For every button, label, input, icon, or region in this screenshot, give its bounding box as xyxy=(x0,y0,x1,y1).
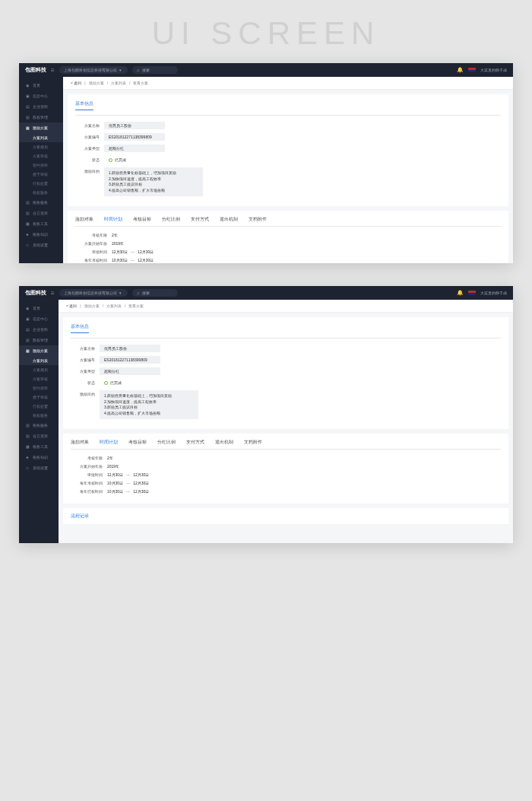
basic-info-card: 基本信息 方案名称 优秀员工股份 方案编号 ES2018122711383998… xyxy=(63,317,508,429)
time-row-label-3: 每年考核时间 xyxy=(75,258,112,262)
time-row-val-2a: 12月30日 xyxy=(112,250,128,254)
bell-icon[interactable]: 🔔 xyxy=(457,290,464,296)
sidebar-sub-tax[interactable]: 税权服务 xyxy=(19,188,63,197)
sidebar-item-settings[interactable]: ◇系统设置 xyxy=(19,240,63,250)
company-selector[interactable]: 上海包图科创信息科技有限公司 xyxy=(59,289,128,297)
sidebar-item-settings[interactable]: ◇系统设置 xyxy=(19,462,59,473)
search-input[interactable]: 搜索 xyxy=(132,66,178,74)
sidebar-sub-plan[interactable]: 方案规划 xyxy=(19,365,59,374)
logo: 包图科技 xyxy=(25,66,46,74)
sidebar-item-info[interactable]: ▣信息中心 xyxy=(19,91,63,101)
type-value: 超额分红 xyxy=(104,145,165,152)
sidebar-item-equity[interactable]: ▥股权管理 xyxy=(19,112,63,122)
sidebar-item-incentive[interactable]: ▦激励方案 xyxy=(19,122,63,133)
screen-2: 包图科技 ≡ 上海包图科创信息科技有限公司 搜索 🔔 大笑直的静子成 ◉首页 ▣… xyxy=(19,286,513,543)
sidebar-item-corp[interactable]: ▤企业资料 xyxy=(19,324,59,335)
goal-label: 激励目的 xyxy=(71,390,100,396)
sidebar-sub-sign[interactable]: 签约资料 xyxy=(19,161,63,170)
menu-toggle-icon[interactable]: ≡ xyxy=(51,290,55,297)
tab-exit[interactable]: 退出机制 xyxy=(220,217,238,222)
tax-icon: ▧ xyxy=(25,200,30,205)
sidebar-item-home[interactable]: ◉首页 xyxy=(19,303,59,313)
sidebar-item-assets[interactable]: ▨合立资库 xyxy=(19,431,59,441)
sidebar: ◉首页 ▣信息中心 ▤企业资料 ▥股权管理 ▦激励方案 方案列表 方案规划 方案… xyxy=(19,77,63,263)
main-content: < 返回 | 激励方案 / 方案列表 / 查看方案 基本信息 方案名称 优秀员工… xyxy=(59,300,513,543)
topbar: 包图科技 ≡ 上海包图科创信息科技有限公司 搜索 🔔 大笑直的静子成 xyxy=(19,286,513,300)
sidebar-item-incentive[interactable]: ▦激励方案 xyxy=(19,345,59,356)
tab-payment[interactable]: 支付方式 xyxy=(191,217,209,222)
sidebar-sub-grant[interactable]: 授予审核 xyxy=(19,393,59,402)
company-selector[interactable]: 上海包图科创信息科技有限公司 xyxy=(59,66,128,74)
sidebar-item-knowledge[interactable]: ◈税务知识 xyxy=(19,229,63,240)
username[interactable]: 大笑直的静子成 xyxy=(480,291,507,295)
back-button[interactable]: < 返回 xyxy=(71,81,81,85)
tax-icon: ▧ xyxy=(25,423,30,428)
sidebar-sub-review[interactable]: 方案审核 xyxy=(19,374,59,383)
info-icon: ▣ xyxy=(25,316,30,321)
time-row-label-3: 每年考核时间 xyxy=(71,481,107,485)
sidebar-sub-review[interactable]: 方案审核 xyxy=(19,151,63,161)
menu-toggle-icon[interactable]: ≡ xyxy=(51,67,55,74)
tools-icon: ▩ xyxy=(25,444,30,449)
time-row-val-3b: 12月30日 xyxy=(133,481,149,485)
sidebar-item-tools[interactable]: ▩税务工具 xyxy=(19,218,63,229)
tab-goal[interactable]: 考核目标 xyxy=(133,217,151,222)
sidebar-item-corp[interactable]: ▤企业资料 xyxy=(19,101,63,112)
tab-target[interactable]: 激励对象 xyxy=(71,440,89,445)
tabs-card: 激励对象 时间计划 考核目标 分红比例 支付方式 退出机制 文档附件 考核年限 … xyxy=(68,211,508,263)
search-input[interactable]: 搜索 xyxy=(132,289,178,297)
tab-payment[interactable]: 支付方式 xyxy=(186,440,204,445)
sidebar-sub-sign[interactable]: 签约资料 xyxy=(19,383,59,393)
basic-info-title: 基本信息 xyxy=(71,323,89,333)
sidebar-sub-list[interactable]: 方案列表 xyxy=(19,133,63,142)
sidebar-sub-tax[interactable]: 税权服务 xyxy=(19,411,59,420)
tab-files[interactable]: 文档附件 xyxy=(244,440,262,445)
time-row-label-1: 方案开始年份 xyxy=(75,241,112,246)
crumb-1[interactable]: 激励方案 xyxy=(84,304,100,308)
tab-ratio[interactable]: 分红比例 xyxy=(157,440,176,445)
crumb-2[interactable]: 方案列表 xyxy=(106,304,122,308)
sidebar-item-info[interactable]: ▣信息中心 xyxy=(19,313,59,324)
sidebar-sub-list[interactable]: 方案列表 xyxy=(19,356,59,365)
sidebar-sub-exercise[interactable]: 行权处置 xyxy=(19,179,63,188)
status-dot-icon xyxy=(109,158,112,162)
home-icon: ◉ xyxy=(25,83,30,87)
settings-icon: ◇ xyxy=(25,243,30,247)
knowledge-icon: ◈ xyxy=(25,232,30,237)
tab-time[interactable]: 时间计划 xyxy=(104,217,122,222)
screen-1: 包图科技 ≡ 上海包图科创信息科技有限公司 搜索 🔔 大笑直的静子成 ◉首页 ▣… xyxy=(19,63,513,263)
tab-ratio[interactable]: 分红比例 xyxy=(162,217,180,222)
sidebar-item-taxservice[interactable]: ▧税务服务 xyxy=(19,420,59,431)
tab-files[interactable]: 文档附件 xyxy=(249,217,267,222)
tab-target[interactable]: 激励对象 xyxy=(75,217,93,222)
crumb-3: 查看方案 xyxy=(133,81,148,85)
time-row-val-2b: 12月30日 xyxy=(138,250,154,254)
status-dot-icon xyxy=(104,381,108,385)
time-row-val-4a: 10月30日 xyxy=(107,489,123,494)
tools-icon: ▩ xyxy=(25,221,30,226)
search-placeholder: 搜索 xyxy=(142,68,150,72)
sidebar-sub-plan[interactable]: 方案规划 xyxy=(19,142,63,151)
sidebar-item-home[interactable]: ◉首页 xyxy=(19,80,63,91)
tab-goal[interactable]: 考核目标 xyxy=(128,440,147,445)
bell-icon[interactable]: 🔔 xyxy=(457,67,464,73)
sidebar-item-taxservice[interactable]: ▧税务服务 xyxy=(19,197,63,208)
time-row-val-2b: 12月30日 xyxy=(133,472,149,477)
username[interactable]: 大笑直的静子成 xyxy=(480,68,507,72)
time-row-val-1: 2019年 xyxy=(107,464,119,469)
sidebar-item-tools[interactable]: ▩税务工具 xyxy=(19,441,59,452)
tab-time[interactable]: 时间计划 xyxy=(100,440,118,445)
tab-exit[interactable]: 退出机制 xyxy=(215,440,233,445)
sidebar-item-assets[interactable]: ▨合立资库 xyxy=(19,208,63,218)
sidebar-item-knowledge[interactable]: ◈税务知识 xyxy=(19,452,59,462)
back-button[interactable]: < 返回 xyxy=(66,304,77,308)
sidebar: ◉首页 ▣信息中心 ▤企业资料 ▥股权管理 ▦激励方案 方案列表 方案规划 方案… xyxy=(19,300,59,543)
crumb-1[interactable]: 激励方案 xyxy=(89,81,104,85)
crumb-2[interactable]: 方案列表 xyxy=(111,81,126,85)
sidebar-sub-grant[interactable]: 授予审核 xyxy=(19,170,63,179)
time-row-val-2a: 12月30日 xyxy=(107,472,123,477)
type-label: 方案类型 xyxy=(71,367,100,373)
sidebar-sub-exercise[interactable]: 行权处置 xyxy=(19,402,59,411)
sidebar-item-equity[interactable]: ▥股权管理 xyxy=(19,335,59,345)
incentive-icon: ▦ xyxy=(25,348,30,353)
